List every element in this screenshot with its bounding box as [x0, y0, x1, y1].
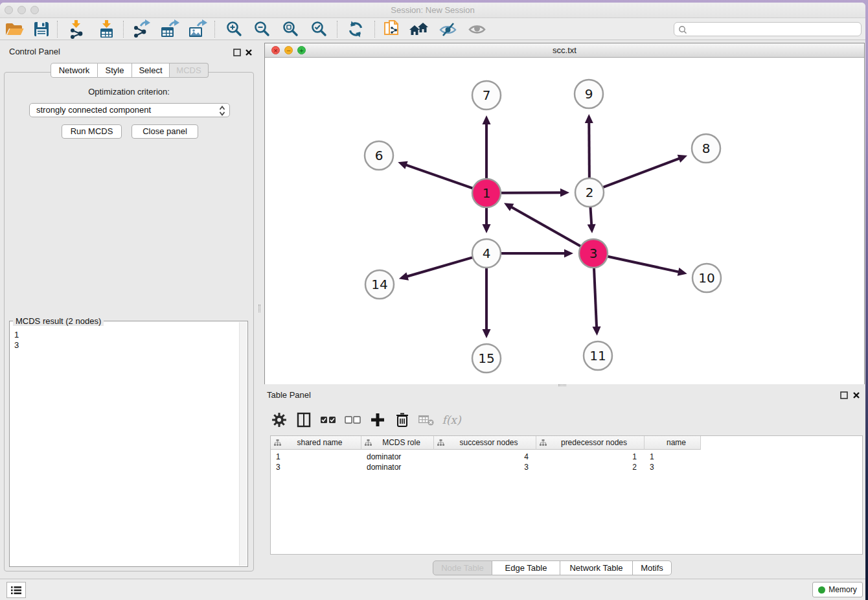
toolbar-separator [123, 21, 124, 38]
import-network-icon[interactable] [65, 19, 88, 40]
select-all-columns-icon[interactable] [317, 410, 339, 430]
table-cell[interactable]: 3 [434, 462, 536, 472]
mcds-result-text[interactable]: 1 3 [14, 330, 19, 351]
graph-edge-arrow [398, 161, 407, 169]
table-cell[interactable]: 1 [271, 452, 361, 462]
graph-edge-3-11[interactable] [594, 266, 597, 328]
table-cell[interactable]: dominator [361, 462, 434, 472]
close-panel-button[interactable]: Close panel [131, 124, 198, 139]
table-cell[interactable]: 1 [645, 452, 701, 462]
refresh-icon[interactable] [344, 19, 367, 40]
control-panel-float-button[interactable] [233, 47, 242, 56]
graph-edge-arrow [678, 155, 687, 163]
column-header-predecessor-nodes[interactable]: predecessor nodes [536, 436, 645, 450]
delete-column-icon[interactable] [391, 410, 413, 430]
tab-mcds[interactable]: MCDS [170, 63, 209, 78]
graph-edge-1-2[interactable] [499, 192, 562, 193]
import-table-icon[interactable] [95, 19, 119, 40]
criterion-dropdown[interactable]: strongly connected component [29, 103, 230, 117]
table-panel: Table Panel f(x) s [264, 386, 865, 577]
table-panel-tabs: Node TableEdge TableNetwork TableMotifs [433, 560, 672, 575]
graph-edge-1-6[interactable] [405, 165, 475, 189]
table-cell[interactable]: dominator [361, 452, 434, 462]
table-cell[interactable]: 4 [434, 452, 536, 462]
create-column-icon[interactable] [367, 410, 389, 430]
memory-button[interactable]: Memory [812, 582, 863, 597]
network-window-titlebar[interactable]: × − + scc.txt [265, 43, 864, 58]
graph-edge-2-3[interactable] [590, 205, 591, 225]
graph-edge-3-10[interactable] [606, 256, 680, 272]
app-window: Session: New Session [0, 3, 865, 600]
zoom-in-icon[interactable] [223, 19, 246, 40]
graph-edge-arrow [585, 114, 593, 123]
main-toolbar [0, 18, 865, 40]
graph-edge-arrow [483, 224, 491, 233]
column-header-name[interactable]: name [645, 436, 701, 450]
search-icon [678, 25, 687, 34]
table-row[interactable]: 3dominator323 [271, 462, 862, 472]
delete-table-icon[interactable] [415, 410, 437, 430]
tab-node-table[interactable]: Node Table [433, 560, 492, 575]
tab-style[interactable]: Style [98, 63, 132, 78]
graph-node-label: 11 [589, 348, 606, 363]
tab-edge-table[interactable]: Edge Table [492, 560, 560, 575]
control-panel-close-button[interactable] [245, 47, 254, 56]
vertical-splitter-handle[interactable] [258, 305, 260, 312]
open-file-icon[interactable] [3, 19, 26, 40]
panel-menu-button[interactable] [6, 582, 26, 598]
tab-select[interactable]: Select [132, 63, 170, 78]
graph-node-label: 14 [371, 277, 387, 292]
graph-node-label: 1 [483, 185, 491, 201]
table-cell[interactable]: 2 [536, 462, 645, 472]
graph-node-label: 8 [702, 141, 711, 156]
memory-status-dot [818, 586, 825, 594]
graph-edge-2-8[interactable] [602, 158, 680, 188]
toolbar-separator [374, 21, 375, 38]
graph-edge-4-14[interactable] [406, 257, 474, 277]
horizontal-splitter-handle[interactable] [558, 384, 566, 386]
zoom-out-icon[interactable] [251, 19, 274, 40]
column-type-icon [437, 439, 444, 446]
mcds-result-title: MCDS result (2 nodes) [13, 316, 104, 326]
hide-selected-icon[interactable] [437, 19, 460, 40]
graph-edge-2-9[interactable] [589, 122, 589, 179]
optimization-criterion-label: Optimization criterion: [0, 87, 258, 97]
export-image-icon[interactable] [186, 19, 209, 40]
tab-motifs[interactable]: Motifs [633, 560, 672, 575]
export-network-icon[interactable] [130, 19, 153, 40]
function-builder-icon[interactable]: f(x) [440, 410, 463, 430]
tab-network[interactable]: Network [51, 63, 98, 78]
network-canvas[interactable]: 7968124314101511 [265, 58, 864, 384]
graph-edge-3-1[interactable] [510, 207, 582, 247]
home-networks-icon[interactable] [408, 19, 431, 40]
table-settings-icon[interactable] [268, 410, 290, 430]
graph-node-label: 6 [375, 148, 383, 163]
table-cell[interactable]: 3 [271, 462, 361, 472]
deselect-all-columns-icon[interactable] [342, 410, 364, 430]
column-header-successor-nodes[interactable]: successor nodes [434, 436, 536, 450]
tab-network-table[interactable]: Network Table [560, 560, 633, 575]
copy-network-icon[interactable] [380, 19, 404, 40]
table-cell[interactable]: 1 [536, 452, 645, 462]
graph-node-label: 9 [585, 86, 593, 102]
search-input[interactable] [674, 22, 862, 36]
app-title: Session: New Session [0, 5, 865, 15]
column-header-MCDS-role[interactable]: MCDS role [361, 436, 434, 450]
result-scrollbar[interactable] [239, 322, 247, 566]
table-row[interactable]: 1dominator411 [271, 452, 862, 462]
graph-node-label: 3 [589, 246, 598, 261]
column-type-icon [540, 439, 547, 446]
graph-edge-arrow [483, 329, 491, 338]
run-mcds-button[interactable]: Run MCDS [62, 124, 122, 139]
table-panel-float-button[interactable] [840, 390, 849, 399]
zoom-selected-icon[interactable] [308, 19, 331, 40]
toolbar-separator [337, 21, 337, 38]
table-cell[interactable]: 3 [645, 462, 701, 472]
export-table-icon[interactable] [158, 19, 181, 40]
show-selected-icon[interactable] [466, 19, 489, 40]
table-panel-close-button[interactable] [852, 390, 862, 399]
save-session-icon[interactable] [30, 19, 53, 40]
zoom-fit-icon[interactable] [279, 19, 303, 40]
column-header-shared-name[interactable]: shared name [271, 436, 361, 450]
show-columns-icon[interactable] [293, 410, 315, 430]
